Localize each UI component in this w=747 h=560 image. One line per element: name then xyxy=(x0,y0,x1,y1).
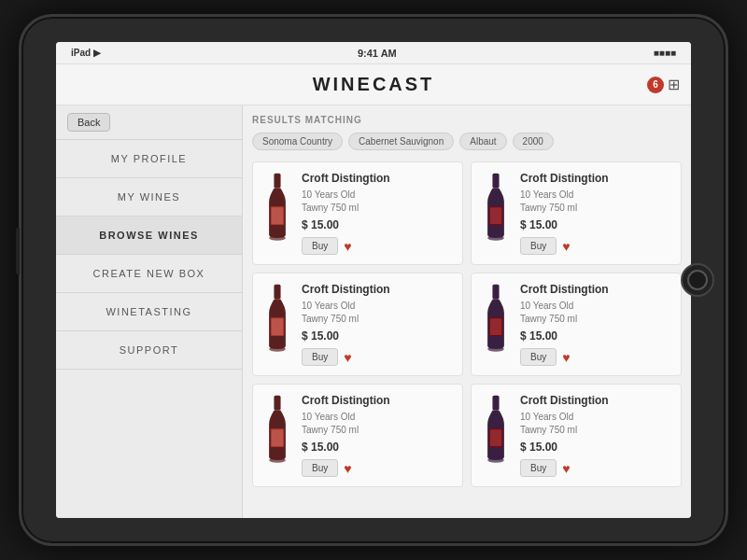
wine-bottle xyxy=(481,394,511,469)
wine-actions: Buy ♥ xyxy=(302,459,453,477)
wine-card: Croft Distingtion 10 Years OldTawny 750 … xyxy=(471,273,682,376)
svg-rect-6 xyxy=(490,207,501,224)
favorite-button[interactable]: ♥ xyxy=(562,350,570,365)
results-header: RESULTS MATCHING xyxy=(252,115,682,125)
favorite-button[interactable]: ♥ xyxy=(562,239,570,254)
wine-info: Croft Distingtion 10 Years OldTawny 750 … xyxy=(520,283,671,366)
wine-price: $ 15.00 xyxy=(520,329,671,343)
wine-info: Croft Distingtion 10 Years OldTawny 750 … xyxy=(520,172,671,255)
svg-point-11 xyxy=(269,346,286,351)
wine-name: Croft Distingtion xyxy=(302,283,453,296)
wine-price: $ 15.00 xyxy=(520,218,671,231)
svg-rect-8 xyxy=(274,285,280,300)
ipad-label: iPad ▶ xyxy=(71,48,101,58)
svg-rect-16 xyxy=(274,396,280,411)
wine-info: Croft Distingtion 10 Years OldTawny 750 … xyxy=(302,283,453,366)
buy-button[interactable]: Buy xyxy=(520,237,557,255)
buy-button[interactable]: Buy xyxy=(520,459,557,477)
main-content: Back MY PROFILE MY WINES BROWSE WINES CR… xyxy=(56,105,691,518)
wine-desc: 10 Years OldTawny 750 ml xyxy=(520,300,671,326)
filter-tag-year[interactable]: 2000 xyxy=(513,133,554,150)
wine-info: Croft Distingtion 10 Years OldTawny 750 … xyxy=(302,394,453,477)
logo-prefix: WIN xyxy=(313,74,358,94)
battery-indicator: ■■■■ xyxy=(654,48,676,58)
svg-rect-0 xyxy=(274,174,280,189)
wine-actions: Buy ♥ xyxy=(520,237,671,255)
results-area: RESULTS MATCHING Sonoma Country Cabernet… xyxy=(243,105,691,518)
svg-rect-2 xyxy=(272,207,283,224)
favorite-button[interactable]: ♥ xyxy=(344,239,351,254)
home-button-inner xyxy=(687,270,708,290)
svg-point-15 xyxy=(487,346,504,351)
favorite-button[interactable]: ♥ xyxy=(562,461,570,476)
svg-rect-20 xyxy=(492,396,499,411)
sidebar: Back MY PROFILE MY WINES BROWSE WINES CR… xyxy=(56,105,243,518)
cart-container[interactable]: 6 ⊞ xyxy=(647,76,680,93)
wine-name: Croft Distingtion xyxy=(520,394,671,407)
svg-rect-22 xyxy=(490,429,501,446)
wine-card: Croft Distingtion 10 Years OldTawny 750 … xyxy=(471,161,682,265)
buy-button[interactable]: Buy xyxy=(520,348,557,366)
status-time: 9:41 AM xyxy=(358,48,397,59)
svg-rect-18 xyxy=(272,429,283,446)
filter-tag-cabernet[interactable]: Cabernet Sauvignon xyxy=(348,133,454,150)
wine-grid: Croft Distingtion 10 Years OldTawny 750 … xyxy=(252,161,682,487)
sidebar-item-browse-wines[interactable]: BROWSE WINES xyxy=(56,217,242,255)
wine-actions: Buy ♥ xyxy=(302,348,453,366)
buy-button[interactable]: Buy xyxy=(302,348,338,366)
wine-name: Croft Distingtion xyxy=(302,172,453,185)
svg-rect-4 xyxy=(492,174,499,189)
svg-rect-10 xyxy=(272,318,283,335)
buy-button[interactable]: Buy xyxy=(302,459,338,477)
wine-actions: Buy ♥ xyxy=(520,348,671,366)
favorite-button[interactable]: ♥ xyxy=(344,350,351,365)
wine-desc: 10 Years OldTawny 750 ml xyxy=(302,411,453,437)
sidebar-item-my-profile[interactable]: MY PROFILE xyxy=(56,140,242,178)
status-bar: iPad ▶ 9:41 AM ■■■■ xyxy=(56,42,691,64)
wine-desc: 10 Years OldTawny 750 ml xyxy=(302,189,453,215)
sidebar-back-area: Back xyxy=(56,105,242,140)
wine-actions: Buy ♥ xyxy=(302,237,453,255)
svg-point-19 xyxy=(269,457,286,462)
favorite-button[interactable]: ♥ xyxy=(344,461,351,476)
wine-name: Croft Distingtion xyxy=(520,172,671,185)
svg-rect-14 xyxy=(490,318,501,335)
status-left: iPad ▶ xyxy=(71,48,101,58)
sidebar-item-support[interactable]: SUPPORT xyxy=(56,331,242,370)
wine-bottle xyxy=(262,394,292,469)
wine-price: $ 15.00 xyxy=(520,441,671,454)
sidebar-item-my-wines[interactable]: MY WINES xyxy=(56,178,242,217)
app-container: WINECAST 6 ⊞ Back MY PROFILE MY WINES BR… xyxy=(56,64,691,518)
side-button xyxy=(16,228,20,274)
back-button[interactable]: Back xyxy=(67,113,110,132)
sidebar-item-winetasting[interactable]: WINETASTING xyxy=(56,293,242,331)
wine-info: Croft Distingtion 10 Years OldTawny 750 … xyxy=(302,172,453,255)
buy-button[interactable]: Buy xyxy=(302,237,338,255)
wine-price: $ 15.00 xyxy=(302,218,453,231)
wine-desc: 10 Years OldTawny 750 ml xyxy=(520,411,671,437)
wine-price: $ 15.00 xyxy=(302,329,453,343)
cart-badge: 6 xyxy=(647,77,664,93)
ipad-frame: iPad ▶ 9:41 AM ■■■■ WINECAST 6 ⊞ xyxy=(19,14,728,546)
app-logo: WINECAST xyxy=(313,74,435,95)
filter-tags: Sonoma Country Cabernet Sauvignon Albaut… xyxy=(252,133,682,150)
wine-desc: 10 Years OldTawny 750 ml xyxy=(520,189,671,215)
wine-bottle xyxy=(481,172,511,246)
home-button[interactable] xyxy=(681,263,714,297)
filter-tag-albaut[interactable]: Albaut xyxy=(459,133,506,150)
wine-price: $ 15.00 xyxy=(302,441,453,454)
wine-bottle xyxy=(262,283,292,357)
svg-point-3 xyxy=(269,235,286,240)
filter-tag-sonoma[interactable]: Sonoma Country xyxy=(252,133,343,150)
ipad-screen: iPad ▶ 9:41 AM ■■■■ WINECAST 6 ⊞ xyxy=(56,42,691,518)
svg-point-7 xyxy=(487,235,504,240)
wine-actions: Buy ♥ xyxy=(520,459,671,477)
sidebar-item-create-new-box[interactable]: CREATE NEW BOX xyxy=(56,255,242,293)
wine-name: Croft Distingtion xyxy=(520,283,671,296)
app-header: WINECAST 6 ⊞ xyxy=(56,64,691,105)
wine-card: Croft Distingtion 10 Years OldTawny 750 … xyxy=(252,273,463,376)
wine-card: Croft Distingtion 10 Years OldTawny 750 … xyxy=(252,384,463,487)
wine-bottle xyxy=(262,172,292,246)
wine-name: Croft Distingtion xyxy=(302,394,453,407)
svg-point-23 xyxy=(487,457,504,462)
